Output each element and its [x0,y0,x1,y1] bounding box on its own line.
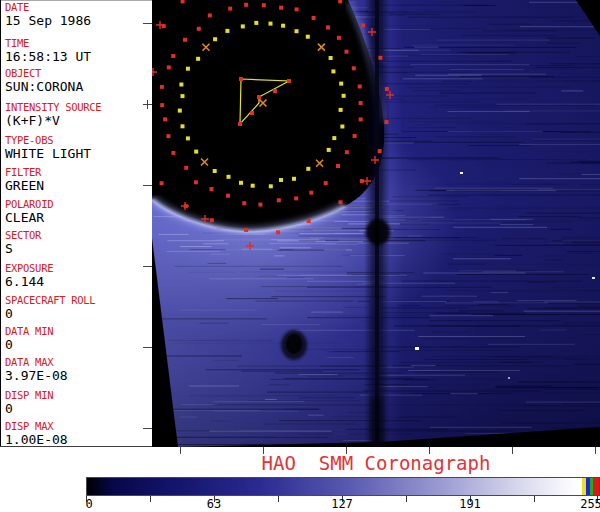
fiducial-dot [306,35,310,39]
fiducial-dot [196,57,200,61]
fiducial-dot [352,66,356,70]
sidebar-field: DATA MAX3.97E-08 [5,357,151,383]
colorbar-tick-label: 63 [207,497,221,511]
fiducial-dot [241,24,245,28]
sidebar-field: DATE15 Sep 1986 [5,2,151,28]
fiducial-dot [171,151,175,155]
frame-left-line [0,0,1,446]
pylon-blob [366,219,390,245]
colorbar-stripe [593,478,599,495]
fiducial-dot [332,136,336,140]
fiducial-dot [178,109,182,113]
fiducial-dot [210,218,214,222]
fiducial-dot [307,219,311,223]
colorbar-gradient [87,478,599,495]
fiducial-dot [244,3,248,7]
fiducial-dot [359,117,363,121]
fiducial-dot [213,37,217,41]
sidebar-field: INTENSITY SOURCE(K+F)*V [5,102,151,128]
fiducial-dot [279,178,283,182]
fiducial-dot [160,85,164,89]
colorbar-tick-label: 0 [85,497,92,511]
fiducial-dot [292,177,296,181]
sidebar-field: FILTERGREEN [5,167,151,193]
sidebar-field: TIME16:58:13 UT [5,38,151,64]
fiducial-dot [208,13,212,17]
field-label: DISP MAX [5,421,151,432]
fiducial-dot [239,181,243,185]
field-value: 0 [5,307,151,321]
contour-vertex-dot [273,89,277,93]
fiducial-dot [171,54,175,58]
fiducial-dot [353,134,357,138]
field-value: 16:58:13 UT [5,50,151,64]
axis-tick-left-cross [147,100,148,109]
bright-speck [415,347,419,350]
field-label: POLAROID [5,199,151,210]
sidebar-field: SPACECRAFT ROLL0 [5,295,151,321]
fiducial-dot [244,228,248,232]
fiducial-dot [359,101,363,105]
fiducial-dot [186,136,190,140]
fiducial-dot [329,56,333,60]
fiducial-dot [186,67,190,71]
fiducial-dot [337,36,341,40]
occulter-disk [152,0,384,231]
colorbar-tick [534,496,535,502]
fiducial-dot [160,181,164,185]
fiducial-dot [163,117,167,121]
field-value: 3.97E-08 [5,369,151,383]
colorbar-tick [278,496,279,502]
axis-tick-left [143,428,152,429]
fiducial-dot [254,21,258,25]
fiducial-dot [324,181,328,185]
fiducial-dot [326,25,330,29]
fiducial-dot [339,108,343,112]
contour-vertex-dot [250,111,254,115]
fiducial-dot [210,187,214,191]
field-label: FILTER [5,167,151,178]
sidebar-field: DATA MIN0 [5,326,151,352]
fiducial-dot [181,124,185,128]
field-label: DATA MAX [5,357,151,368]
metadata-sidebar: DATE15 Sep 1986TIME16:58:13 UTOBJECTSUN:… [0,0,152,447]
fiducial-dot [276,230,280,234]
fiducial-dot [225,29,229,33]
fiducial-dot [339,200,343,204]
field-label: SECTOR [5,230,151,241]
contour-vertex-dot [238,122,242,126]
bright-speck [592,277,595,279]
field-label: TIME [5,38,151,49]
fiducial-dot [342,94,346,98]
fiducial-dot [294,196,298,200]
fiducial-dot [345,150,349,154]
sidebar-field: DISP MIN0 [5,390,151,416]
fiducial-dot [194,180,198,184]
fiducial-dot [361,23,365,27]
fiducial-dot [167,65,171,69]
axis-tick-left [143,185,152,186]
colorbar-tick [150,496,151,502]
pylon-shadow [364,0,390,447]
fiducial-dot [277,198,281,202]
fiducial-dot [194,150,198,154]
fiducial-dot [160,103,164,107]
field-value: S [5,242,151,256]
fiducial-dot [358,85,362,89]
fiducial-dot [331,69,335,73]
fiducial-dot [166,134,170,138]
field-label: OBJECT [5,68,151,79]
image-title: HAO SMM Coronagraph [152,453,600,473]
fiducial-dot [312,16,316,20]
fiducial-dot [385,87,389,91]
field-value: 6.144 [5,275,151,289]
field-label: DISP MIN [5,390,151,401]
fiducial-dot [279,6,283,10]
field-value: 1.00E-08 [5,433,151,447]
field-value: 15 Sep 1986 [5,14,151,28]
field-label: TYPE-OBS [5,135,151,146]
field-label: INTENSITY SOURCE [5,102,151,113]
fiducial-dot [197,27,201,31]
fiducial-dot [269,22,273,26]
fiducial-dot [345,50,349,54]
